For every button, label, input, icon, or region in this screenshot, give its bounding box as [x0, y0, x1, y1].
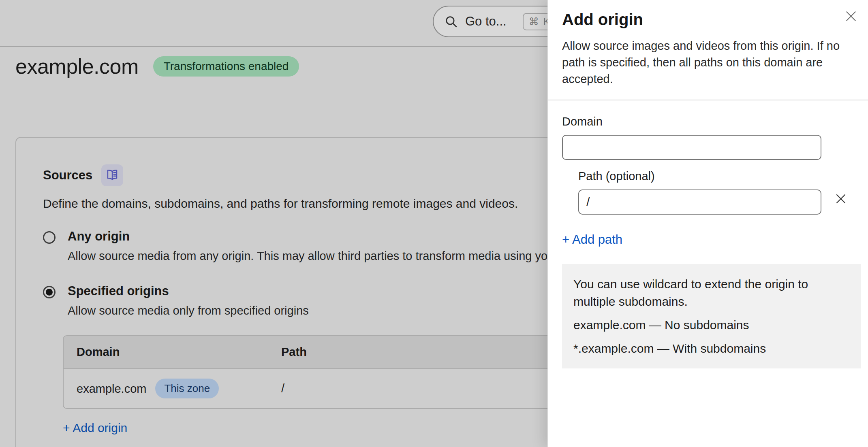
remove-path-button[interactable] — [832, 190, 850, 208]
column-header-domain: Domain — [64, 336, 268, 368]
add-origin-panel: Add origin Allow source images and video… — [547, 0, 868, 447]
page-header: example.com Transformations enabled — [15, 54, 299, 79]
page-title: example.com — [15, 54, 139, 79]
open-book-icon — [105, 168, 119, 182]
add-path-link[interactable]: + Add path — [562, 232, 622, 247]
wildcard-info-intro: You can use wildcard to extend the origi… — [573, 275, 849, 310]
domain-field-label: Domain — [562, 115, 603, 128]
transformations-status-badge: Transformations enabled — [153, 56, 299, 77]
path-group: Path (optional) — [578, 170, 854, 215]
path-input[interactable] — [578, 189, 821, 215]
specified-origins-description: Allow source media only from specified o… — [68, 304, 309, 317]
close-button[interactable] — [841, 6, 861, 26]
close-icon — [844, 10, 857, 23]
sources-heading: Sources — [43, 168, 92, 183]
any-origin-description: Allow source media from any origin. This… — [68, 249, 606, 263]
any-origin-radio[interactable] — [43, 231, 56, 244]
search-icon — [444, 15, 458, 28]
specified-origins-label: Specified origins — [68, 284, 309, 298]
panel-title: Add origin — [562, 11, 845, 29]
this-zone-badge: This zone — [155, 379, 219, 398]
wildcard-example-with-subdomains: *.example.com — With subdomains — [573, 340, 849, 357]
wildcard-example-no-subdomains: example.com — No subdomains — [573, 316, 849, 334]
path-field-label: Path (optional) — [578, 170, 655, 183]
domain-input[interactable] — [562, 135, 821, 160]
search-placeholder: Go to... — [465, 14, 507, 29]
add-origin-link[interactable]: + Add origin — [63, 421, 127, 435]
docs-link[interactable] — [101, 164, 123, 186]
wildcard-info-box: You can use wildcard to extend the origi… — [562, 264, 861, 368]
panel-description: Allow source images and videos from this… — [562, 38, 854, 87]
app-root: Go to... ⌘ K example.com Transformations… — [0, 0, 868, 447]
specified-origins-radio[interactable] — [43, 286, 56, 298]
origin-domain-value: example.com — [77, 382, 146, 395]
any-origin-label: Any origin — [68, 229, 606, 244]
remove-path-icon — [835, 193, 847, 205]
